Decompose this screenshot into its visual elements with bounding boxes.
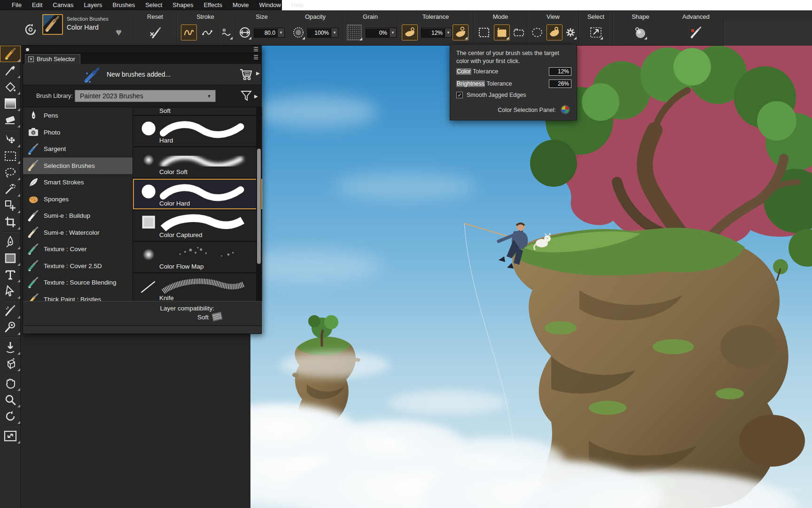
tool-text[interactable] (0, 266, 21, 283)
grain-dropdown-arrow[interactable]: ▼ (389, 28, 396, 37)
drawer-menu-icon[interactable]: ☰ (253, 47, 258, 52)
category-selection-brushes[interactable]: Selection Brushes (23, 158, 133, 175)
tool-zoom[interactable] (0, 391, 21, 408)
opacity-dropdown-arrow[interactable]: ▼ (331, 28, 338, 37)
mode-add-selection-button[interactable] (494, 24, 510, 40)
menu-layers[interactable]: Layers (78, 0, 107, 10)
stroke-options-button[interactable] (219, 24, 234, 40)
size-dropdown-arrow[interactable]: ▼ (277, 28, 284, 37)
tolerance-wand-button[interactable] (402, 24, 418, 40)
tolerance-dropdown-arrow[interactable]: ▼ (445, 28, 452, 37)
view-settings-button[interactable] (563, 24, 578, 40)
category-texture-cover-2-5d[interactable]: Texture : Cover 2.5D (23, 258, 133, 275)
menu-window[interactable]: Window (254, 0, 286, 10)
filter-funnel-icon[interactable] (240, 90, 252, 102)
tool-magic-wand[interactable] (0, 181, 21, 197)
restore-default-variant-button[interactable] (23, 22, 39, 38)
new-brushes-banner[interactable]: New brushes added... ▶ (23, 64, 261, 85)
tool-hand[interactable] (0, 375, 21, 391)
select-transform-button[interactable] (588, 24, 604, 40)
brush-library-select[interactable]: Painter 2023 Brushes ▼ (75, 90, 216, 102)
smooth-jagged-edges-row[interactable]: ✓ Smooth Jagged Edges (456, 92, 526, 98)
tool-selection-adjuster[interactable] (0, 197, 21, 214)
menu-select[interactable]: Select (140, 0, 167, 10)
cart-icon[interactable] (239, 68, 253, 81)
checkbox-checked-icon[interactable]: ✓ (456, 92, 463, 98)
advanced-brush-settings-button[interactable] (687, 24, 703, 40)
category-sponges[interactable]: Sponges (23, 191, 133, 208)
variant-hard[interactable]: Hard (133, 116, 262, 147)
opacity-field[interactable]: 100% ▼ (307, 28, 338, 38)
tool-eraser[interactable] (0, 111, 21, 128)
size-field[interactable]: 80.0 ▼ (254, 28, 285, 38)
variant-color-flow-map[interactable]: Color Flow Map (133, 242, 262, 273)
category-sumi-e-watercolor[interactable]: Sumi-e : Watercolor (23, 224, 133, 241)
menu-file[interactable]: File (7, 0, 27, 10)
current-brush-thumbnail[interactable] (42, 14, 63, 35)
variant-color-captured[interactable]: Color Captured (133, 210, 262, 242)
grain-field[interactable]: 0% ▼ (366, 28, 397, 38)
menu-effects[interactable]: Effects (198, 0, 227, 10)
reset-tool-button[interactable] (147, 24, 163, 40)
variant-soft[interactable]: Soft (133, 107, 262, 116)
color-tolerance-value[interactable]: 12% (549, 67, 571, 76)
tool-divine-proportion[interactable] (0, 339, 21, 355)
variant-color-hard[interactable]: Color Hard (133, 179, 262, 210)
filter-expand-arrow[interactable]: ▶ (254, 94, 258, 99)
category-photo[interactable]: Photo (23, 124, 133, 141)
category-sargent[interactable]: Sargent (23, 141, 133, 158)
menu-shapes[interactable]: Shapes (167, 0, 198, 10)
tab-close-icon[interactable]: ✕ (28, 56, 34, 62)
variant-color-soft[interactable]: Color Soft (133, 147, 262, 179)
tool-shape-cursor[interactable] (0, 283, 21, 299)
mode-subtract-selection-button[interactable] (512, 26, 526, 39)
category-texture-cover[interactable]: Texture : Cover (23, 241, 133, 258)
category-sumi-e-buildup[interactable]: Sumi-e : Buildup (23, 207, 133, 224)
category-smart-strokes[interactable]: Smart Strokes (23, 174, 133, 191)
banner-expand-arrow[interactable]: ▶ (256, 71, 260, 76)
tool-move[interactable] (0, 131, 21, 148)
menu-brushes[interactable]: Brushes (107, 0, 140, 10)
color-wheel-icon[interactable] (561, 105, 570, 114)
tolerance-field[interactable]: 12% ▼ (421, 28, 452, 38)
menu-help[interactable]: Help (286, 0, 309, 10)
menu-canvas[interactable]: Canvas (47, 0, 78, 10)
favorite-heart-icon[interactable]: ♥ (116, 26, 122, 39)
tool-fill[interactable] (0, 79, 21, 95)
tool-perspective[interactable] (0, 355, 21, 372)
variant-knife[interactable]: Knife (133, 273, 262, 301)
tool-lasso[interactable] (0, 164, 21, 181)
category-pens[interactable]: Pens (23, 107, 133, 124)
tool-navigator[interactable] (0, 428, 21, 444)
tool-rect-select[interactable] (0, 148, 21, 164)
panel-options-icon[interactable]: ☰ (253, 55, 258, 60)
tool-mirror[interactable] (0, 302, 21, 319)
menu-movie[interactable]: Movie (227, 0, 254, 10)
straight-line-stroke-button[interactable] (199, 24, 215, 40)
brightness-tolerance-value[interactable]: 26% (549, 79, 571, 88)
shape-attributes-button[interactable] (632, 24, 648, 40)
tool-crop[interactable] (0, 214, 21, 230)
category-thick-paint-bristles[interactable]: Thick Paint : Bristles (23, 291, 133, 302)
mode-replace-selection-button[interactable] (476, 24, 492, 40)
tool-brush[interactable] (0, 46, 21, 62)
size-icon-button[interactable] (237, 24, 252, 40)
tool-gradient[interactable] (0, 95, 21, 111)
freehand-stroke-button[interactable] (181, 24, 197, 40)
tool-rotate[interactable] (0, 408, 21, 424)
menu-edit[interactable]: Edit (27, 0, 47, 10)
tool-dropper[interactable] (0, 62, 21, 79)
grain-icon-button[interactable] (345, 24, 363, 41)
view-overlay-button[interactable] (547, 24, 562, 40)
tolerance-options-wand-button[interactable] (453, 24, 468, 40)
tool-rect-shape[interactable] (0, 250, 21, 266)
palette-drawer-header[interactable]: ☰ (23, 46, 261, 53)
view-marquee-button[interactable] (530, 24, 545, 40)
opacity-icon-button[interactable] (291, 24, 306, 40)
variant-scrollbar[interactable] (256, 107, 261, 301)
variant-scroll-thumb[interactable] (257, 149, 261, 264)
tab-brush-selector[interactable]: ✕ Brush Selector (25, 54, 80, 64)
category-texture-source-blending[interactable]: Texture : Source Blending (23, 274, 133, 291)
color-tolerance-row[interactable]: Color Tolerance 12% (456, 68, 571, 77)
brightness-tolerance-row[interactable]: Brightness Tolerance 26% (456, 80, 571, 89)
